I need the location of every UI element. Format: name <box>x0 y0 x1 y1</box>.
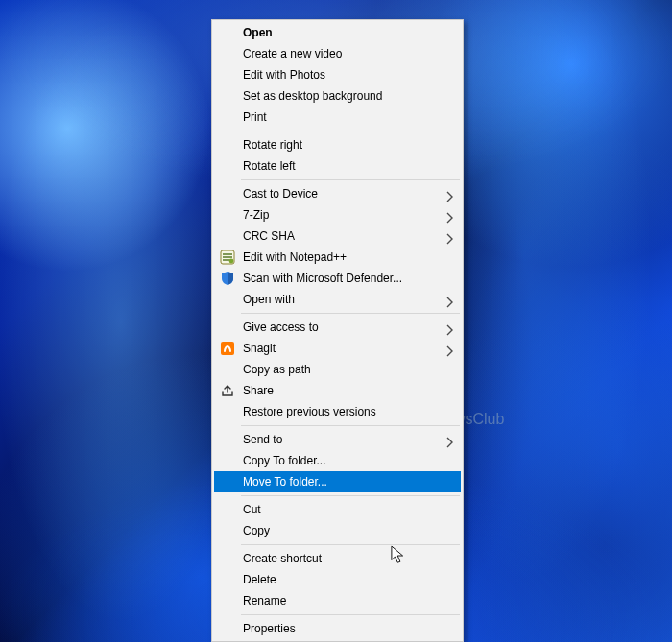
context-menu[interactable]: OpenCreate a new videoEdit with PhotosSe… <box>211 19 464 642</box>
chevron-right-icon <box>445 188 455 200</box>
menu-item-label: Cut <box>243 499 261 520</box>
menu-item-notepadpp[interactable]: Edit with Notepad++ <box>214 247 461 268</box>
menu-item-label: Edit with Notepad++ <box>243 247 347 268</box>
menu-item-label: Cast to Device <box>243 183 318 204</box>
menu-item-send-to[interactable]: Send to <box>214 429 461 450</box>
menu-item-label: Open with <box>243 289 295 310</box>
menu-item-edit-photos[interactable]: Edit with Photos <box>214 64 461 85</box>
menu-item-copy[interactable]: Copy <box>214 520 461 541</box>
menu-item-label: Give access to <box>243 317 319 338</box>
menu-item-open[interactable]: Open <box>214 22 461 43</box>
menu-item-label: Create shortcut <box>243 548 322 569</box>
menu-item-rotate-right[interactable]: Rotate right <box>214 134 461 155</box>
chevron-right-icon <box>445 321 455 333</box>
snagit-icon <box>220 341 235 356</box>
menu-item-delete[interactable]: Delete <box>214 569 461 590</box>
menu-item-copy-path[interactable]: Copy as path <box>214 359 461 380</box>
menu-item-7zip[interactable]: 7-Zip <box>214 204 461 226</box>
menu-item-label: Send to <box>243 429 282 450</box>
menu-item-label: Scan with Microsoft Defender... <box>243 268 402 289</box>
menu-item-share[interactable]: Share <box>214 380 461 401</box>
menu-item-label: Set as desktop background <box>243 85 382 107</box>
menu-item-cast[interactable]: Cast to Device <box>214 183 461 204</box>
menu-item-print[interactable]: Print <box>214 107 461 128</box>
menu-item-label: Share <box>243 380 274 401</box>
chevron-right-icon <box>445 230 455 242</box>
menu-item-label: Properties <box>243 618 296 639</box>
menu-item-crc-sha[interactable]: CRC SHA <box>214 226 461 247</box>
menu-item-properties[interactable]: Properties <box>214 618 461 639</box>
menu-item-defender[interactable]: Scan with Microsoft Defender... <box>214 268 461 289</box>
menu-separator <box>241 495 460 496</box>
chevron-right-icon <box>445 343 455 354</box>
menu-separator <box>241 313 460 314</box>
share-icon <box>220 383 235 398</box>
menu-item-label: 7-Zip <box>243 204 269 226</box>
menu-item-open-with[interactable]: Open with <box>214 289 461 310</box>
menu-item-rename[interactable]: Rename <box>214 590 461 611</box>
menu-item-label: Rename <box>243 590 286 611</box>
menu-item-label: Snagit <box>243 338 276 359</box>
menu-item-label: Copy as path <box>243 359 311 380</box>
menu-item-label: Delete <box>243 569 276 590</box>
menu-item-label: Rotate left <box>243 155 296 177</box>
menu-item-label: Print <box>243 107 267 128</box>
menu-item-label: Copy <box>243 520 270 541</box>
menu-item-shortcut[interactable]: Create shortcut <box>214 548 461 569</box>
menu-item-set-bg[interactable]: Set as desktop background <box>214 85 461 107</box>
menu-item-label: Rotate right <box>243 134 302 155</box>
desktop-wallpaper: TheWindowsClub OpenCreate a new videoEdi… <box>0 0 672 642</box>
menu-item-label: CRC SHA <box>243 226 295 247</box>
menu-item-rotate-left[interactable]: Rotate left <box>214 155 461 177</box>
menu-item-label: Copy To folder... <box>243 450 326 471</box>
menu-item-label: Edit with Photos <box>243 64 325 85</box>
menu-item-cut[interactable]: Cut <box>214 499 461 520</box>
menu-item-label: Create a new video <box>243 43 342 64</box>
menu-item-restore-prev[interactable]: Restore previous versions <box>214 401 461 422</box>
menu-item-label: Open <box>243 22 273 43</box>
menu-item-copy-to[interactable]: Copy To folder... <box>214 450 461 471</box>
menu-separator <box>241 131 460 131</box>
menu-item-move-to[interactable]: Move To folder... <box>214 471 461 492</box>
menu-item-give-access[interactable]: Give access to <box>214 317 461 338</box>
menu-item-new-video[interactable]: Create a new video <box>214 43 461 64</box>
chevron-right-icon <box>445 434 455 445</box>
menu-separator <box>241 179 460 180</box>
menu-separator <box>241 544 460 545</box>
menu-item-snagit[interactable]: Snagit <box>214 338 461 359</box>
shield-icon <box>220 271 235 286</box>
notepadpp-icon <box>220 250 235 265</box>
menu-item-label: Move To folder... <box>243 471 327 492</box>
menu-item-label: Restore previous versions <box>243 401 376 422</box>
chevron-right-icon <box>445 294 455 305</box>
menu-separator <box>241 614 460 615</box>
menu-separator <box>241 425 460 426</box>
chevron-right-icon <box>445 209 455 221</box>
